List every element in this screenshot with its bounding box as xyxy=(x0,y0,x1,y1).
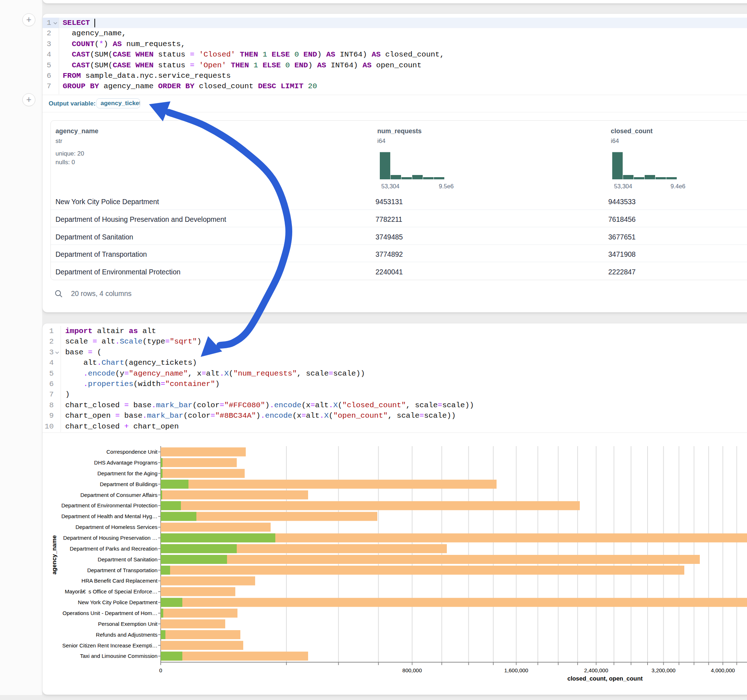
svg-text:Taxi and Limousine Commission: Taxi and Limousine Commission xyxy=(80,653,157,659)
svg-text:HRA Benefit Card Replacement: HRA Benefit Card Replacement xyxy=(82,578,158,584)
svg-text:0: 0 xyxy=(159,667,162,673)
svg-text:3,200,000: 3,200,000 xyxy=(652,667,676,673)
svg-text:Personal Exemption Unit: Personal Exemption Unit xyxy=(98,621,158,627)
svg-text:DHS Advantage Programs: DHS Advantage Programs xyxy=(94,459,157,466)
svg-text:2,400,000: 2,400,000 xyxy=(584,667,608,673)
svg-text:Department of Sanitation: Department of Sanitation xyxy=(98,556,157,563)
svg-text:Department of Consumer Affairs: Department of Consumer Affairs xyxy=(80,492,157,498)
svg-text:Department of Transportation: Department of Transportation xyxy=(87,567,157,573)
svg-text:Operations Unit - Department o: Operations Unit - Department of Hom… xyxy=(63,610,157,616)
svg-text:Department of Buildings: Department of Buildings xyxy=(100,481,157,487)
svg-text:Refunds and Adjustments: Refunds and Adjustments xyxy=(96,632,157,638)
svg-text:Department of Housing Preserva: Department of Housing Preservation … xyxy=(63,535,157,541)
svg-text:1,600,000: 1,600,000 xyxy=(504,667,528,673)
svg-text:Department of Parks and Recrea: Department of Parks and Recreation xyxy=(70,546,157,552)
svg-text:agency_name: agency_name xyxy=(51,535,57,574)
svg-text:4,000,000: 4,000,000 xyxy=(711,667,735,673)
svg-text:Department of Environmental Pr: Department of Environmental Protection xyxy=(61,502,157,508)
svg-text:closed_count, open_count: closed_count, open_count xyxy=(567,675,643,682)
svg-text:800,000: 800,000 xyxy=(402,667,422,673)
svg-text:New York City Police Departmen: New York City Police Department xyxy=(78,599,158,605)
svg-text:Department of Health and Menta: Department of Health and Mental Hyg… xyxy=(61,513,157,519)
svg-text:Senior Citizen Rent Increase E: Senior Citizen Rent Increase Exempti… xyxy=(62,643,157,649)
svg-text:Department for the Aging: Department for the Aging xyxy=(97,470,157,477)
svg-text:Mayorâ€ s Office of Special En: Mayorâ€ s Office of Special Enforce… xyxy=(65,588,157,594)
svg-text:Correspondence Unit: Correspondence Unit xyxy=(106,449,158,455)
svg-text:Department of Homeless Service: Department of Homeless Services xyxy=(75,524,157,530)
